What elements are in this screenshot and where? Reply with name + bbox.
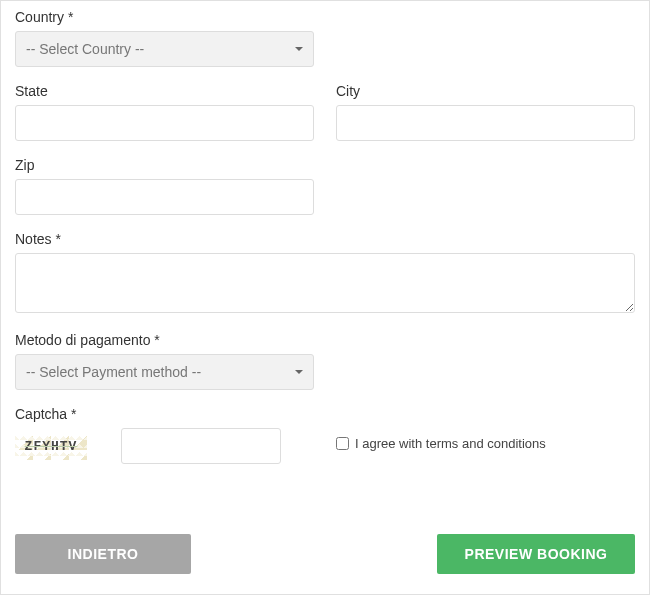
captcha-image: ZFYHTV (15, 432, 87, 460)
captcha-label: Captcha * (15, 406, 314, 422)
captcha-field-group: Captcha * ZFYHTV (15, 406, 314, 464)
notes-label: Notes * (15, 231, 635, 247)
captcha-inner: ZFYHTV (15, 428, 314, 464)
country-select[interactable]: -- Select Country -- (15, 31, 314, 67)
state-input[interactable] (15, 105, 314, 141)
button-row: INDIETRO PREVIEW BOOKING (15, 534, 635, 574)
notes-field-group: Notes * (15, 231, 635, 316)
country-label: Country * (15, 9, 314, 25)
zip-field-group: Zip (15, 157, 314, 215)
country-field-group: Country * -- Select Country -- (15, 9, 314, 67)
booking-form: Country * -- Select Country -- State Cit… (0, 0, 650, 595)
city-label: City (336, 83, 635, 99)
city-field-group: City (336, 83, 635, 141)
zip-label: Zip (15, 157, 314, 173)
captcha-input[interactable] (121, 428, 281, 464)
terms-group: I agree with terms and conditions (336, 406, 546, 451)
preview-button[interactable]: PREVIEW BOOKING (437, 534, 635, 574)
city-input[interactable] (336, 105, 635, 141)
captcha-row: Captcha * ZFYHTV I agree with terms and … (15, 406, 635, 464)
notes-textarea[interactable] (15, 253, 635, 313)
payment-select[interactable]: -- Select Payment method -- (15, 354, 314, 390)
state-field-group: State (15, 83, 314, 141)
zip-input[interactable] (15, 179, 314, 215)
state-city-row: State City (15, 83, 635, 157)
terms-checkbox[interactable] (336, 437, 349, 450)
back-button[interactable]: INDIETRO (15, 534, 191, 574)
payment-field-group: Metodo di pagamento * -- Select Payment … (15, 332, 314, 390)
terms-label[interactable]: I agree with terms and conditions (355, 436, 546, 451)
payment-label: Metodo di pagamento * (15, 332, 314, 348)
state-label: State (15, 83, 314, 99)
